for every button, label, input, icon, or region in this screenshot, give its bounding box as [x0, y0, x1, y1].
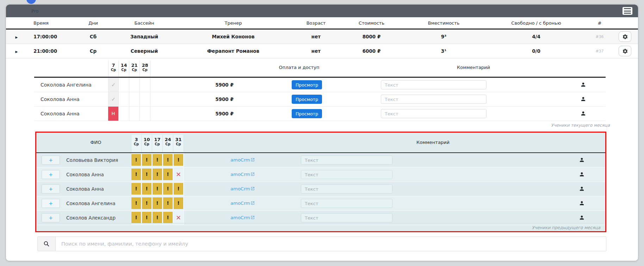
attendance-cell[interactable]: !: [142, 211, 152, 225]
add-student-button[interactable]: +: [42, 213, 60, 222]
unpaid-mark: !: [174, 183, 183, 195]
add-student-button[interactable]: +: [42, 184, 60, 194]
student-name: Соколова Ангелина: [66, 196, 115, 210]
notification-dot: [26, 0, 36, 4]
attendance-cell[interactable]: !: [163, 153, 173, 167]
missed-icon: ✕: [173, 167, 184, 182]
attendance-cell[interactable]: !: [173, 182, 184, 196]
comment-input[interactable]: [301, 170, 392, 179]
comment-input[interactable]: [381, 80, 487, 89]
attendance-cell[interactable]: ✓: [108, 78, 119, 92]
fio-header: ФИО: [90, 140, 101, 145]
amocrm-link[interactable]: amoCrm: [230, 153, 255, 167]
attendance-cell[interactable]: [140, 78, 150, 92]
student-profile-button[interactable]: [580, 96, 586, 102]
attendance-cell[interactable]: !: [131, 167, 142, 182]
attendance-cell[interactable]: [129, 92, 140, 106]
col-header-days: Дни: [73, 20, 113, 26]
add-student-button[interactable]: +: [42, 199, 60, 208]
amocrm-link[interactable]: amoCrm: [230, 182, 255, 196]
attendance-cell[interactable]: !: [142, 182, 152, 196]
search-input[interactable]: [56, 237, 606, 251]
add-student-button[interactable]: +: [42, 156, 60, 165]
comment-input[interactable]: [301, 199, 392, 208]
attendance-cell[interactable]: !: [131, 153, 142, 167]
amocrm-link[interactable]: amoCrm: [230, 196, 255, 210]
attendance-cell[interactable]: !: [152, 211, 163, 225]
comment-input[interactable]: [301, 156, 392, 165]
attendance-cell[interactable]: !: [142, 153, 152, 167]
attendance-cell[interactable]: !: [131, 211, 142, 225]
student-profile-button[interactable]: [579, 157, 585, 163]
attendance-cell[interactable]: !: [152, 153, 163, 167]
comment-header: Комментарий: [416, 140, 450, 145]
comment-input[interactable]: [381, 95, 487, 104]
student-profile-button[interactable]: [580, 110, 586, 116]
attendance-cell[interactable]: [129, 107, 140, 121]
gear-icon: [622, 48, 628, 54]
attendance-cell[interactable]: ✕: [173, 167, 184, 182]
expand-row-arrow-icon[interactable]: ▶: [16, 50, 18, 53]
attendance-cell[interactable]: ✓: [108, 92, 119, 106]
row-number: #37: [587, 49, 612, 53]
attendance-cell[interactable]: !: [152, 167, 163, 182]
student-profile-button[interactable]: [579, 186, 585, 192]
search-icon: [43, 241, 50, 247]
attendance-cell[interactable]: !: [131, 182, 142, 196]
attendance-cell[interactable]: !: [152, 182, 163, 196]
amocrm-link[interactable]: amoCrm: [230, 167, 255, 182]
attendance-cell-absent[interactable]: Н: [108, 107, 119, 121]
attendance-cell[interactable]: [140, 92, 150, 106]
attendance-cell[interactable]: [119, 107, 129, 121]
check-icon: ✓: [111, 82, 116, 88]
payment-amount: 5900 ₽: [150, 107, 298, 121]
menu-button[interactable]: [623, 7, 632, 15]
student-name: Соколова Анна: [66, 167, 104, 182]
student-profile-button[interactable]: [579, 171, 585, 177]
col-header-time: Время: [27, 20, 73, 26]
schedule-row[interactable]: ▶ 17:00:00 Сб Западный Михей Кононов нет…: [6, 30, 638, 44]
comment-input[interactable]: [301, 213, 392, 222]
row-trainer: Ферапонт Романов: [175, 48, 291, 54]
attendance-cell[interactable]: !: [142, 167, 152, 182]
row-free: 4/4: [485, 34, 587, 39]
student-profile-button[interactable]: [579, 200, 585, 206]
row-trainer: Михей Кононов: [175, 34, 291, 39]
unpaid-mark: !: [153, 154, 162, 166]
person-icon: [580, 96, 586, 102]
comment-input[interactable]: [301, 184, 392, 194]
unpaid-mark: !: [163, 154, 173, 166]
row-pool: Северный: [113, 48, 175, 54]
attendance-cell[interactable]: !: [163, 182, 173, 196]
view-payment-button[interactable]: Просмотр: [292, 80, 322, 89]
attendance-cell[interactable]: !: [173, 196, 184, 210]
unpaid-mark: !: [163, 169, 173, 180]
student-profile-button[interactable]: [579, 215, 585, 221]
student-profile-button[interactable]: [580, 82, 586, 88]
view-payment-button[interactable]: Просмотр: [292, 95, 322, 104]
attendance-cell[interactable]: !: [173, 153, 184, 167]
expand-row-arrow-icon[interactable]: ▶: [16, 36, 18, 39]
attendance-cell[interactable]: !: [163, 167, 173, 182]
col-header-number: #: [587, 20, 612, 26]
amocrm-link[interactable]: amoCrm: [230, 211, 255, 225]
attendance-cell[interactable]: !: [131, 196, 142, 210]
attendance-cell[interactable]: !: [142, 196, 152, 210]
schedule-row[interactable]: ▶ 21:00:00 Ср Северный Ферапонт Романов …: [6, 44, 638, 58]
row-settings-button[interactable]: [619, 46, 631, 56]
attendance-cell[interactable]: !: [152, 196, 163, 210]
attendance-cell[interactable]: [119, 78, 129, 92]
attendance-cell[interactable]: ✕: [173, 211, 184, 225]
attendance-cell[interactable]: !: [163, 196, 173, 210]
external-link-icon: [251, 172, 255, 176]
attendance-cell[interactable]: [129, 78, 140, 92]
attendance-cell[interactable]: [140, 107, 150, 121]
comment-input[interactable]: [381, 109, 487, 118]
add-student-button[interactable]: +: [42, 170, 60, 179]
view-payment-button[interactable]: Просмотр: [292, 109, 322, 118]
attendance-cell[interactable]: !: [163, 211, 173, 225]
row-settings-button[interactable]: [619, 31, 631, 42]
row-pool: Западный: [113, 34, 175, 39]
unpaid-mark: !: [142, 154, 151, 166]
attendance-cell[interactable]: [119, 92, 129, 106]
